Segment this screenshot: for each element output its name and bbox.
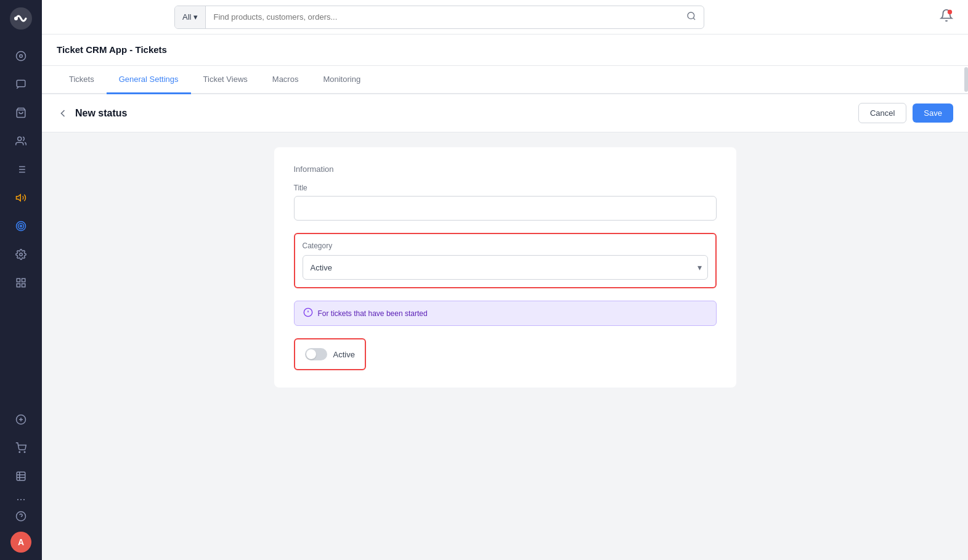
svg-rect-27 [17,472,25,481]
sidebar-item-settings[interactable] [9,242,33,267]
sub-header-right: Cancel Save [858,103,953,123]
info-circle-icon [303,307,313,319]
topbar-right [940,9,953,25]
category-field-wrapper: Category Active Pending Closed Resolved … [294,233,717,288]
svg-rect-21 [17,284,20,287]
sidebar-item-campaigns[interactable] [9,185,33,210]
tab-bar: Tickets General Settings Ticket Views Ma… [42,66,968,94]
toggle-row-wrapper: Active [294,338,366,370]
save-button[interactable]: Save [913,103,953,123]
tab-ticket-views[interactable]: Ticket Views [191,66,260,94]
toggle-knob [306,349,316,359]
title-label: Title [294,184,717,192]
sidebar-item-users[interactable] [9,129,33,153]
sidebar-item-cart[interactable] [9,436,33,460]
cancel-button[interactable]: Cancel [858,103,906,123]
search-input[interactable] [206,12,679,22]
active-toggle-label: Active [333,350,355,359]
sidebar-item-targeting[interactable] [9,214,33,238]
svg-point-15 [18,224,24,229]
svg-point-26 [24,452,25,453]
notification-icon[interactable] [940,9,953,25]
sub-header-left: New status [57,107,127,120]
tab-general-settings[interactable]: General Settings [107,66,191,94]
sidebar-item-table[interactable] [9,464,33,489]
category-label: Category [303,241,708,250]
svg-marker-13 [17,195,21,201]
sidebar-item-dashboard[interactable] [9,44,33,68]
svg-point-33 [688,12,694,19]
search-all-chevron-icon: ▾ [193,12,198,22]
active-toggle[interactable] [305,348,327,360]
search-all-label: All [182,12,191,22]
svg-point-17 [20,253,23,256]
sub-header: New status Cancel Save [42,94,968,132]
page-header: Ticket CRM App - Tickets [42,34,968,66]
tab-macros[interactable]: Macros [260,66,311,94]
category-select-wrapper: Active Pending Closed Resolved ▾ [303,255,708,280]
search-all-button[interactable]: All ▾ [175,6,206,28]
app-logo[interactable] [10,7,32,30]
info-hint-text: For tickets that have been started [318,309,428,318]
sidebar-item-chat[interactable] [9,72,33,97]
sidebar: ··· A [0,0,42,560]
search-submit-button[interactable] [679,11,704,23]
svg-point-16 [20,225,22,227]
svg-rect-20 [22,284,25,287]
svg-rect-4 [17,80,25,87]
sidebar-item-lists[interactable] [9,157,33,182]
sub-header-title: New status [75,108,127,119]
svg-rect-19 [22,278,25,282]
form-card: Information Title Category Active Pendin… [274,147,736,388]
svg-point-3 [20,55,23,58]
content-area: Information Title Category Active Pendin… [42,132,968,560]
user-avatar[interactable]: A [10,532,31,553]
svg-point-1 [14,17,18,20]
sidebar-item-apps[interactable] [9,270,33,295]
page-title: Ticket CRM App - Tickets [57,44,167,55]
main-content: All ▾ Ticket CRM App - Tickets Tickets G… [42,0,968,560]
category-select[interactable]: Active Pending Closed Resolved [303,255,708,280]
search-bar: All ▾ [174,6,704,29]
info-hint: For tickets that have been started [294,301,717,326]
svg-point-25 [19,452,20,453]
svg-line-34 [693,18,695,20]
sidebar-item-orders[interactable] [9,100,33,125]
sidebar-help-icon[interactable] [15,511,26,524]
title-field-group: Title [294,184,717,221]
section-label: Information [294,164,717,174]
svg-point-2 [17,52,26,61]
tab-scrollbar [964,67,968,92]
title-input[interactable] [294,196,717,221]
svg-rect-18 [17,278,20,282]
svg-point-35 [948,10,952,14]
sidebar-item-add[interactable] [9,407,33,432]
tab-monitoring[interactable]: Monitoring [311,66,373,94]
tab-tickets[interactable]: Tickets [57,66,107,94]
topbar: All ▾ [42,0,968,34]
svg-point-6 [18,137,22,140]
back-button[interactable] [57,107,69,120]
sidebar-more-dots[interactable]: ··· [16,493,25,506]
